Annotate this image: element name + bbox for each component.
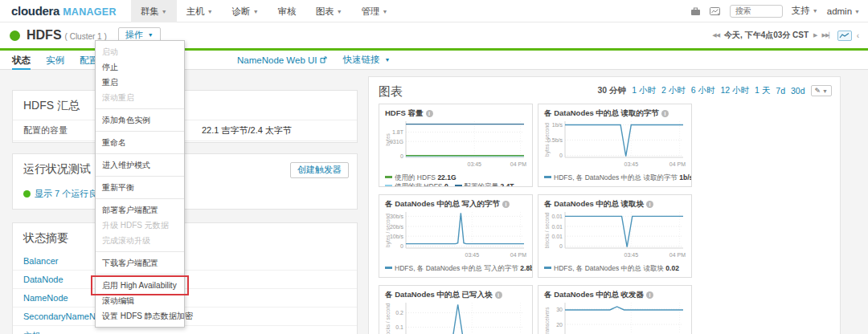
cloudera-logo[interactable]: cloudera MANAGER [11, 4, 117, 18]
support-menu[interactable]: 支持▼ [792, 5, 818, 17]
chevron-down-icon: ▼ [253, 9, 259, 14]
forward-icon[interactable]: ▶ [813, 32, 817, 39]
svg-text:blocks / second: blocks / second [544, 212, 550, 248]
chevron-down-icon: ▼ [813, 8, 818, 14]
chevron-down-icon: ▼ [385, 57, 391, 63]
legend-item: 使用的非 HDFS 0 [385, 182, 448, 188]
menu-divider [96, 274, 184, 275]
chart-tile: 各 DataNodes 中的总 收发器itransceivers302003:4… [538, 285, 692, 334]
skip-to-now-icon[interactable]: ▶▶▏ [822, 32, 833, 39]
svg-text:0: 0 [559, 243, 563, 249]
time-range-option[interactable]: 30 分钟 [598, 85, 627, 96]
time-range-option[interactable]: 2 小时 [661, 85, 686, 96]
actions-menu-item[interactable]: 重启 [96, 75, 184, 90]
svg-text:931G: 931G [390, 139, 403, 145]
time-range-option[interactable]: 30d [791, 86, 805, 96]
actions-menu-item[interactable]: 设置 HDFS 静态数据加密 [96, 308, 184, 324]
nav-item[interactable]: 诊断▼ [223, 0, 268, 22]
menu-divider [96, 198, 184, 199]
support-label: 支持 [792, 6, 810, 15]
time-chart-icon[interactable] [837, 31, 852, 41]
actions-menu-item[interactable]: 重新平衡 [96, 180, 184, 195]
chart-tile: 各 DataNodes 中的总 已写入块iblocks / second0.20… [379, 285, 533, 334]
tab-status[interactable]: 状态 [12, 51, 31, 70]
actions-menu-item[interactable]: 添加角色实例 [96, 112, 184, 128]
quick-links-menu[interactable]: 快速链接▼ [343, 54, 391, 66]
legend-item: 使用的 HDFS 22.1G [385, 173, 457, 182]
time-range-option[interactable]: 1 天 [755, 85, 770, 96]
chart-title: 各 DataNodes 中的总 已写入块i [385, 290, 526, 300]
svg-text:03:45: 03:45 [624, 161, 639, 167]
chevron-down-icon: ▼ [854, 9, 860, 14]
topnav-right: 支持▼ admin▼ [690, 5, 860, 18]
chart-board-icon[interactable] [710, 6, 721, 16]
chevron-down-icon: ▼ [337, 9, 342, 14]
svg-text:0: 0 [400, 153, 403, 159]
info-icon[interactable]: i [495, 291, 502, 299]
legend-marker-icon [385, 185, 392, 187]
info-icon[interactable]: i [646, 291, 653, 299]
chart-tile: HDFS 容量ibytes1.8T931G003:4504 PM使用的 HDFS… [379, 104, 533, 187]
info-icon[interactable]: i [661, 110, 669, 117]
actions-menu-item[interactable]: 进入维护模式 [96, 157, 184, 173]
time-range-option[interactable]: 12 小时 [720, 85, 749, 96]
actions-menu-item[interactable]: 部署客户端配置 [96, 202, 184, 218]
legend-item: HDFS, 各 DataNodes 中的总 写入的字节 2.8b/s [385, 264, 533, 273]
chevron-down-icon: ▼ [207, 9, 213, 14]
quick-links-label: 快速链接 [343, 54, 380, 66]
actions-menu-item: 滚动重启 [96, 90, 184, 105]
time-label: 今天, 下午4点03分 CST [724, 30, 809, 41]
time-range-option[interactable]: 1 小时 [632, 85, 656, 96]
status-role-link[interactable]: NameNode [23, 293, 68, 303]
search-input[interactable] [730, 5, 783, 18]
namenode-webui-link[interactable]: NameNode Web UI [237, 55, 327, 65]
info-icon[interactable]: i [426, 110, 433, 117]
chart-tile: 各 DataNodes 中的总 读取的字节ibytes / second1b/s… [538, 104, 692, 187]
menu-divider [96, 108, 184, 109]
health-tests-card: 运行状况测试 显示 7 个运行良好状况 创建触发器 [12, 153, 358, 210]
line-chart-plot: blocks / second0.010.010.01003:4504 PM [544, 210, 687, 261]
time-range-option[interactable]: 6 小时 [691, 85, 715, 96]
line-chart-plot: bytes1.8T931G003:4504 PM [385, 119, 528, 170]
svg-text:03:45: 03:45 [465, 252, 480, 258]
collapse-panel-icon[interactable]: ‹ [857, 31, 858, 40]
legend-item: HDFS, 各 DataNodes 中的总 读取块 0.02 [544, 264, 679, 273]
rewind-icon[interactable]: ◀◀ [712, 32, 719, 39]
nav-item[interactable]: 图表▼ [306, 0, 352, 22]
service-status-dot [10, 31, 20, 41]
actions-menu-item: 升级 HDFS 元数据 [96, 218, 184, 233]
chevron-down-icon: ▼ [822, 88, 828, 94]
actions-menu-item: 启动 [96, 44, 184, 59]
svg-text:20b/s: 20b/s [390, 224, 404, 230]
actions-menu-item[interactable]: 重命名 [96, 135, 184, 150]
health-good-link[interactable]: 显示 7 个运行良好状况 [13, 183, 357, 205]
edit-charts-button[interactable]: ✎▼ [811, 85, 832, 96]
svg-text:1b/s: 1b/s [552, 122, 563, 128]
svg-text:transceivers: transceivers [544, 307, 550, 334]
info-icon[interactable]: i [646, 201, 653, 208]
actions-menu-item[interactable]: 下载客户端配置 [96, 255, 184, 271]
actions-menu-item[interactable]: 停止 [96, 59, 184, 75]
time-range-option[interactable]: 7d [776, 86, 785, 96]
svg-text:blocks / second: blocks / second [385, 303, 391, 334]
parcel-icon[interactable] [690, 6, 701, 16]
status-role-link[interactable]: Balancer [23, 256, 58, 266]
nav-item[interactable]: 审核 [268, 0, 306, 22]
svg-text:0.1: 0.1 [395, 324, 403, 330]
nav-item[interactable]: 主机▼ [177, 0, 223, 22]
user-menu[interactable]: admin▼ [827, 6, 860, 16]
menu-divider [96, 176, 184, 177]
actions-button-label: 操作 [125, 30, 143, 39]
info-icon[interactable]: i [502, 201, 510, 208]
nav-item[interactable]: 管理▼ [352, 0, 398, 22]
status-role-link[interactable]: DataNode [23, 275, 63, 284]
tab-instances[interactable]: 实例 [46, 51, 64, 70]
chart-title: HDFS 容量i [385, 108, 526, 119]
actions-menu-item[interactable]: 启用 High Availability [96, 278, 184, 293]
nav-item[interactable]: 群集▼ [131, 0, 177, 22]
charts-panel: 图表 30 分钟1 小时2 小时6 小时12 小时1 天7d30d✎▼ HDFS… [368, 76, 841, 334]
create-trigger-button[interactable]: 创建触发器 [290, 162, 349, 178]
actions-menu-item[interactable]: 滚动编辑 [96, 293, 184, 308]
line-chart-plot: transceivers302003:4504 PM [544, 300, 687, 334]
status-role-link[interactable]: 主机 [23, 331, 41, 334]
